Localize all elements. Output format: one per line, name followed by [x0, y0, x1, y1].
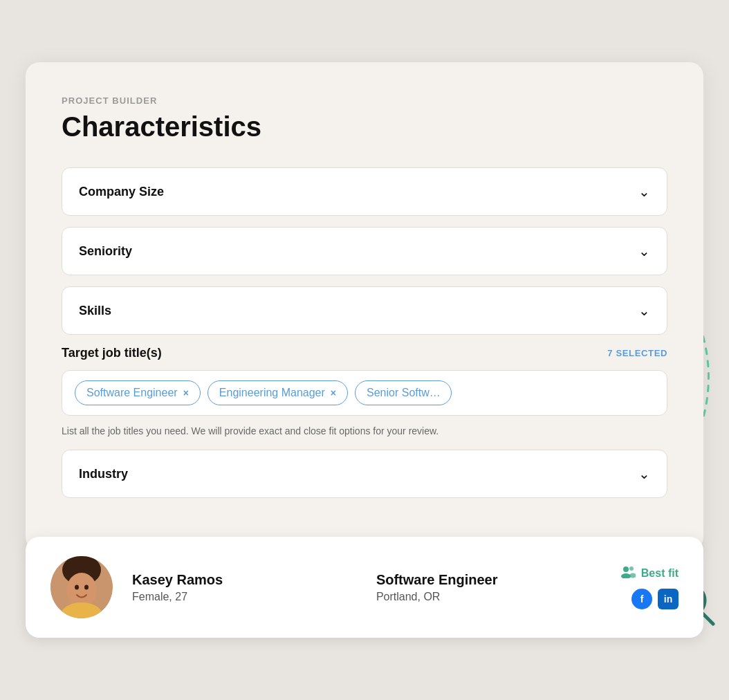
svg-point-8 [629, 567, 634, 571]
job-titles-section: Target job title(s) 7 SELECTED Software … [62, 346, 667, 439]
profile-location: Portland, OR [376, 591, 601, 603]
selected-count-badge: 7 SELECTED [607, 348, 667, 358]
svg-point-6 [623, 567, 629, 572]
linkedin-icon[interactable]: in [658, 589, 679, 609]
svg-point-7 [621, 573, 631, 578]
best-fit-icon [620, 566, 636, 582]
industry-accordion[interactable]: Industry ⌄ [62, 450, 667, 498]
tag-engineering-manager[interactable]: Engineering Manager × [207, 380, 348, 405]
profile-info: Kasey Ramos Female, 27 [132, 572, 357, 603]
skills-chevron-icon: ⌄ [638, 302, 650, 319]
tags-container[interactable]: Software Engineer × Engineering Manager … [62, 370, 667, 416]
company-size-chevron-icon: ⌄ [638, 183, 650, 200]
tag-senior-softw[interactable]: Senior Softw… [355, 380, 452, 405]
industry-label: Industry [79, 467, 128, 481]
profile-job-title: Software Engineer [376, 572, 601, 588]
page-title: Characteristics [62, 111, 667, 142]
skills-label: Skills [79, 304, 111, 318]
profile-card: Kasey Ramos Female, 27 Software Engineer… [26, 537, 703, 638]
industry-chevron-icon: ⌄ [638, 466, 650, 482]
main-card: PROJECT BUILDER Characteristics Company … [26, 62, 703, 551]
job-titles-header: Target job title(s) 7 SELECTED [62, 346, 667, 360]
seniority-label: Seniority [79, 244, 132, 259]
tag-engineering-manager-remove[interactable]: × [331, 387, 336, 398]
profile-name: Kasey Ramos [132, 572, 357, 588]
tag-software-engineer-text: Software Engineer [86, 387, 178, 399]
profile-demographics: Female, 27 [132, 591, 357, 603]
job-titles-label: Target job title(s) [62, 346, 162, 360]
social-icons: f in [631, 589, 679, 609]
tag-software-engineer-remove[interactable]: × [183, 387, 189, 398]
profile-job: Software Engineer Portland, OR [376, 572, 601, 603]
best-fit-badge: Best fit [620, 566, 679, 582]
seniority-accordion[interactable]: Seniority ⌄ [62, 227, 667, 275]
tag-senior-softw-text: Senior Softw… [367, 387, 441, 399]
svg-point-4 [84, 585, 89, 590]
company-size-accordion[interactable]: Company Size ⌄ [62, 167, 667, 216]
project-builder-label: PROJECT BUILDER [62, 95, 667, 106]
skills-accordion[interactable]: Skills ⌄ [62, 286, 667, 335]
profile-actions: Best fit f in [620, 566, 679, 609]
facebook-icon[interactable]: f [631, 589, 652, 609]
avatar [50, 556, 113, 618]
tag-engineering-manager-text: Engineering Manager [219, 387, 325, 399]
tag-software-engineer[interactable]: Software Engineer × [75, 380, 201, 405]
company-size-label: Company Size [79, 185, 164, 199]
svg-point-3 [75, 585, 79, 590]
seniority-chevron-icon: ⌄ [638, 243, 650, 259]
best-fit-label: Best fit [641, 567, 679, 580]
job-titles-hint: List all the job titles you need. We wil… [62, 424, 667, 439]
